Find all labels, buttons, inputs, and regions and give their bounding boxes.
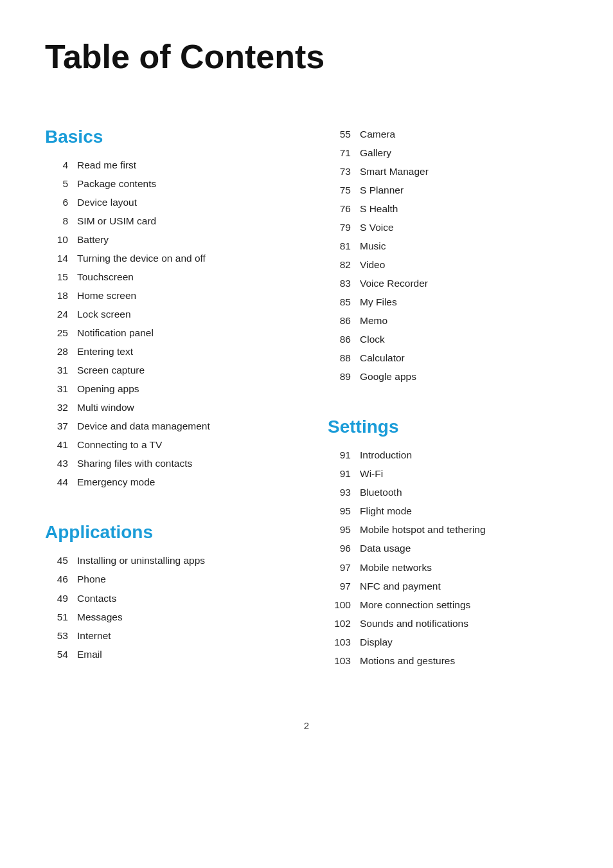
page-num: 5 xyxy=(45,176,68,192)
entry-label: S Voice xyxy=(360,220,394,235)
toc-item: 75S Planner xyxy=(328,183,568,198)
entry-label: Wi-Fi xyxy=(360,466,383,482)
page-num: 100 xyxy=(328,597,351,613)
entry-label: Messages xyxy=(77,610,123,625)
page-num: 93 xyxy=(328,485,351,500)
entry-label: Device and data management xyxy=(77,419,210,434)
page-num: 91 xyxy=(328,448,351,463)
toc-item: 41Connecting to a TV xyxy=(45,437,289,453)
toc-item: 103Display xyxy=(328,635,568,650)
page-num: 44 xyxy=(45,475,68,490)
settings-section-title: Settings xyxy=(328,417,568,437)
page-num: 82 xyxy=(328,257,351,273)
page-num: 91 xyxy=(328,466,351,482)
toc-item: 95Mobile hotspot and tethering xyxy=(328,522,568,538)
page-title: Table of Contents xyxy=(45,39,568,75)
page-num: 25 xyxy=(45,325,68,341)
page-num: 6 xyxy=(45,195,68,210)
page-num: 75 xyxy=(328,183,351,198)
toc-item: 103Motions and gestures xyxy=(328,653,568,669)
entry-label: Device layout xyxy=(77,195,137,210)
entry-label: NFC and payment xyxy=(360,579,441,594)
page-num: 73 xyxy=(328,164,351,179)
page-num: 45 xyxy=(45,553,68,568)
entry-label: Introduction xyxy=(360,448,412,463)
toc-item: 85My Files xyxy=(328,294,568,310)
page-num: 51 xyxy=(45,610,68,625)
toc-item: 102Sounds and notifications xyxy=(328,616,568,631)
entry-label: Connecting to a TV xyxy=(77,437,162,453)
page-num: 71 xyxy=(328,145,351,161)
page-num: 97 xyxy=(328,579,351,594)
page-num: 81 xyxy=(328,239,351,254)
entry-label: Clock xyxy=(360,332,385,347)
page-num: 10 xyxy=(45,232,68,248)
entry-label: Flight mode xyxy=(360,503,412,519)
entry-label: Phone xyxy=(77,572,106,587)
page-num: 41 xyxy=(45,437,68,453)
entry-label: Package contents xyxy=(77,176,156,192)
toc-item: 81Music xyxy=(328,239,568,254)
page-num: 46 xyxy=(45,572,68,587)
page-num: 86 xyxy=(328,332,351,347)
toc-item: 82Video xyxy=(328,257,568,273)
entry-label: Opening apps xyxy=(77,381,139,397)
toc-item: 55Camera xyxy=(328,127,568,142)
entry-label: Motions and gestures xyxy=(360,653,455,669)
entry-label: More connection settings xyxy=(360,597,470,613)
toc-item: 86Memo xyxy=(328,313,568,329)
entry-label: Memo xyxy=(360,313,387,329)
toc-item: 18Home screen xyxy=(45,288,289,303)
entry-label: Data usage xyxy=(360,541,411,556)
toc-item: 46Phone xyxy=(45,572,289,587)
page-num: 28 xyxy=(45,344,68,359)
page-num: 32 xyxy=(45,400,68,415)
applications-list-right: 55Camera71Gallery73Smart Manager75S Plan… xyxy=(328,127,568,384)
page-num: 4 xyxy=(45,158,68,173)
toc-item: 100More connection settings xyxy=(328,597,568,613)
toc-item: 79S Voice xyxy=(328,220,568,235)
page-number: 2 xyxy=(304,720,309,731)
page-num: 31 xyxy=(45,363,68,378)
entry-label: My Files xyxy=(360,294,397,310)
entry-label: Sounds and notifications xyxy=(360,616,468,631)
page-num: 49 xyxy=(45,591,68,606)
toc-item: 95Flight mode xyxy=(328,503,568,519)
left-column: Basics 4Read me first5Package contents6D… xyxy=(45,127,315,694)
toc-item: 73Smart Manager xyxy=(328,164,568,179)
toc-item: 45Installing or uninstalling apps xyxy=(45,553,289,568)
entry-label: Mobile hotspot and tethering xyxy=(360,522,486,538)
entry-label: Entering text xyxy=(77,344,133,359)
toc-item: 83Voice Recorder xyxy=(328,276,568,291)
entry-label: Camera xyxy=(360,127,395,142)
entry-label: Internet xyxy=(77,628,111,644)
entry-label: Video xyxy=(360,257,385,273)
entry-label: Turning the device on and off xyxy=(77,251,206,266)
toc-item: 49Contacts xyxy=(45,591,289,606)
entry-label: Smart Manager xyxy=(360,164,429,179)
page-num: 102 xyxy=(328,616,351,631)
page-num: 54 xyxy=(45,647,68,662)
toc-item: 25Notification panel xyxy=(45,325,289,341)
page-num: 86 xyxy=(328,313,351,329)
page-num: 37 xyxy=(45,419,68,434)
page-num: 79 xyxy=(328,220,351,235)
entry-label: Read me first xyxy=(77,158,136,173)
entry-label: Multi window xyxy=(77,400,134,415)
toc-item: 28Entering text xyxy=(45,344,289,359)
page-num: 103 xyxy=(328,635,351,650)
toc-item: 31Screen capture xyxy=(45,363,289,378)
page-num: 43 xyxy=(45,456,68,471)
page-num: 83 xyxy=(328,276,351,291)
toc-item: 4Read me first xyxy=(45,158,289,173)
toc-item: 32Multi window xyxy=(45,400,289,415)
applications-section: Applications 45Installing or uninstallin… xyxy=(45,522,289,662)
toc-item: 89Google apps xyxy=(328,369,568,384)
page-num: 53 xyxy=(45,628,68,644)
entry-label: Battery xyxy=(77,232,109,248)
toc-item: 31Opening apps xyxy=(45,381,289,397)
entry-label: Calculator xyxy=(360,350,405,366)
entry-label: S Planner xyxy=(360,183,404,198)
page-num: 18 xyxy=(45,288,68,303)
entry-label: SIM or USIM card xyxy=(77,213,156,229)
